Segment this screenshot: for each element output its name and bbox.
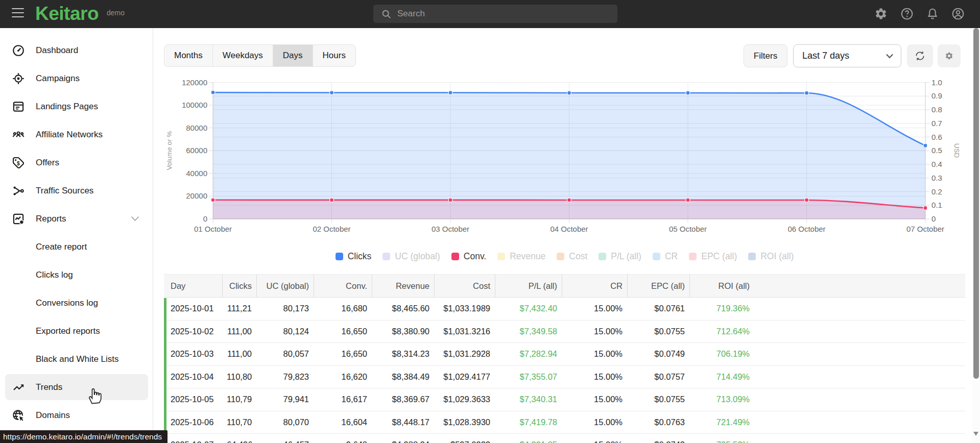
- cell-day: 2025-10-04: [164, 366, 222, 389]
- column-header-p-l-all-[interactable]: P/L (all): [495, 274, 562, 298]
- dashboard-icon: [12, 44, 25, 57]
- cell-revenue: $8,448.17: [372, 411, 434, 434]
- campaigns-icon: [12, 72, 25, 85]
- cell-epc-all-: $0.0761: [627, 298, 689, 321]
- search-box[interactable]: [373, 5, 617, 23]
- legend-label: CR: [665, 251, 678, 262]
- notifications-icon[interactable]: [926, 7, 939, 20]
- column-header-uc-global-[interactable]: UC (global): [256, 274, 314, 298]
- sidebar-item-trends[interactable]: Trends: [0, 373, 153, 401]
- sidebar-item-dashboard[interactable]: Dashboard: [0, 36, 153, 64]
- sidebar-item-label: Create report: [36, 242, 87, 252]
- cell-conv-: 9,648: [314, 434, 372, 443]
- legend-item-clicks[interactable]: Clicks: [336, 251, 372, 262]
- sidebar-item-affiliate-networks[interactable]: Affiliate Networks: [0, 120, 153, 149]
- cell-day: 2025-10-03: [164, 343, 222, 366]
- legend-swatch: [748, 253, 756, 260]
- scrollbar-down-arrow[interactable]: [973, 432, 978, 436]
- legend-item-uc-global-[interactable]: UC (global): [383, 251, 440, 262]
- column-header-roi-all-[interactable]: ROI (all): [689, 274, 754, 298]
- sidebar-item-offers[interactable]: $Offers: [0, 149, 153, 177]
- table-row: 2025-10-0764,49646,4579,648$4,988.94$597…: [164, 434, 965, 443]
- sidebar-item-domains[interactable]: Domains: [0, 401, 153, 429]
- legend-label: P/L (all): [611, 251, 641, 262]
- cell-roi-all-: 712.64%: [689, 321, 754, 343]
- filters-button[interactable]: Filters: [744, 44, 787, 67]
- app-logo[interactable]: Keitaro: [35, 3, 99, 24]
- column-header-cost[interactable]: Cost: [434, 274, 495, 298]
- sidebar-item-landings-pages[interactable]: Landings Pages: [0, 92, 153, 120]
- view-tabs: MonthsWeekdaysDaysHours: [164, 44, 356, 67]
- sidebar-item-label: Offers: [36, 158, 59, 168]
- tab-hours[interactable]: Hours: [313, 45, 355, 66]
- tab-days[interactable]: Days: [273, 45, 313, 66]
- cell-conv-: 16,680: [314, 298, 372, 321]
- tab-months[interactable]: Months: [164, 45, 212, 66]
- table-row: 2025-10-04110,8079,82316,620$8,384.49$1,…: [164, 366, 965, 389]
- table-row: 2025-10-03111,0080,05716,650$8,314.23$1,…: [164, 343, 965, 366]
- cell-p-l-all-: $7,340.31: [495, 388, 562, 411]
- cell-epc-all-: $0.0763: [627, 411, 689, 434]
- sidebar-item-label: Dashboard: [36, 45, 78, 56]
- page-scrollbar[interactable]: [972, 0, 980, 443]
- table-header-row: DayClicksUC (global)Conv.RevenueCostP/L …: [164, 274, 965, 298]
- sidebar-item-create-report[interactable]: Create report: [0, 233, 153, 261]
- column-header-revenue[interactable]: Revenue: [372, 274, 434, 298]
- status-url-text: https://demo.keitaro.io/admin/#!/trends/…: [3, 432, 162, 441]
- trends-chart[interactable]: 02000040000600008000010000012000000.10.2…: [164, 77, 965, 245]
- sidebar-item-reports[interactable]: Reports: [0, 205, 153, 233]
- sidebar-item-campaigns[interactable]: Campaigns: [0, 64, 153, 92]
- settings-icon[interactable]: [874, 7, 888, 20]
- legend-swatch: [497, 253, 505, 260]
- screen: Keitaro demo DashboardCampaignsLandings …: [0, 0, 980, 443]
- svg-text:60000: 60000: [186, 146, 207, 155]
- tab-weekdays[interactable]: Weekdays: [212, 45, 273, 66]
- column-header-day[interactable]: Day: [164, 274, 222, 298]
- menu-icon[interactable]: [12, 8, 24, 19]
- cell-cr: 15.00%: [562, 343, 627, 366]
- cell-p-l-all-: $7,355.07: [495, 366, 562, 389]
- legend-item-p-l-all-[interactable]: P/L (all): [599, 251, 641, 262]
- cell-cr: 15.00%: [562, 321, 627, 343]
- refresh-button[interactable]: [907, 44, 933, 67]
- table-row: 2025-10-01111,2180,17316,680$8,465.60$1,…: [164, 298, 965, 321]
- cell-uc-global-: 46,457: [256, 434, 314, 443]
- svg-text:80000: 80000: [186, 124, 207, 132]
- svg-text:0.2: 0.2: [931, 187, 942, 196]
- legend-item-cr[interactable]: CR: [653, 251, 678, 262]
- sidebar-item-clicks-log[interactable]: Clicks log: [0, 261, 153, 289]
- column-header-epc-all-[interactable]: EPC (all): [627, 274, 689, 298]
- legend-item-conv-[interactable]: Conv.: [451, 251, 486, 262]
- column-header-cr[interactable]: CR: [562, 274, 627, 298]
- legend-item-cost[interactable]: Cost: [557, 251, 587, 262]
- chart-settings-button[interactable]: [938, 44, 961, 67]
- sidebar-item-black-and-white-lists[interactable]: Black and White Lists: [0, 345, 153, 373]
- sidebar-item-traffic-sources[interactable]: Traffic Sources: [0, 177, 153, 205]
- trends-table-wrap: DayClicksUC (global)Conv.RevenueCostP/L …: [164, 274, 965, 443]
- chevron-down-icon: [886, 53, 894, 59]
- svg-text:0.5: 0.5: [931, 146, 942, 155]
- status-bar: https://demo.keitaro.io/admin/#!/trends/…: [0, 430, 168, 443]
- legend-swatch: [451, 253, 459, 260]
- legend-label: UC (global): [395, 251, 440, 262]
- date-range-select[interactable]: Last 7 days: [793, 44, 901, 67]
- cell-uc-global-: 79,823: [256, 366, 314, 389]
- column-header-conv-[interactable]: Conv.: [314, 274, 372, 298]
- legend-item-epc-all-[interactable]: EPC (all): [689, 251, 737, 262]
- legend-label: Clicks: [348, 251, 372, 262]
- cell-cost: $1,028.3930: [434, 411, 495, 434]
- legend-item-revenue[interactable]: Revenue: [497, 251, 545, 262]
- cell-revenue: $4,988.94: [372, 434, 434, 443]
- account-icon[interactable]: [951, 7, 965, 20]
- legend-swatch: [599, 253, 606, 260]
- help-icon[interactable]: [900, 7, 914, 20]
- cell-clicks: 110,79: [222, 388, 256, 411]
- scrollbar-thumb[interactable]: [973, 28, 979, 379]
- legend-item-roi-all-[interactable]: ROI (all): [748, 251, 794, 262]
- cell-roi-all-: 719.36%: [689, 298, 754, 321]
- column-header-clicks[interactable]: Clicks: [222, 274, 256, 298]
- sidebar-item-label: Landings Pages: [36, 102, 98, 112]
- sidebar-item-exported-reports[interactable]: Exported reports: [0, 317, 153, 345]
- search-input[interactable]: [397, 9, 602, 19]
- sidebar-item-conversions-log[interactable]: Conversions log: [0, 289, 153, 317]
